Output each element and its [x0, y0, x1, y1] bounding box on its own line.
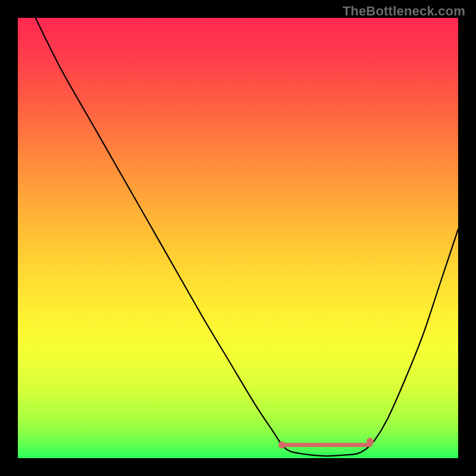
watermark-text: TheBottleneck.com	[343, 4, 465, 19]
chart-frame: TheBottleneck.com	[0, 0, 476, 476]
plot-background-gradient	[18, 18, 458, 458]
